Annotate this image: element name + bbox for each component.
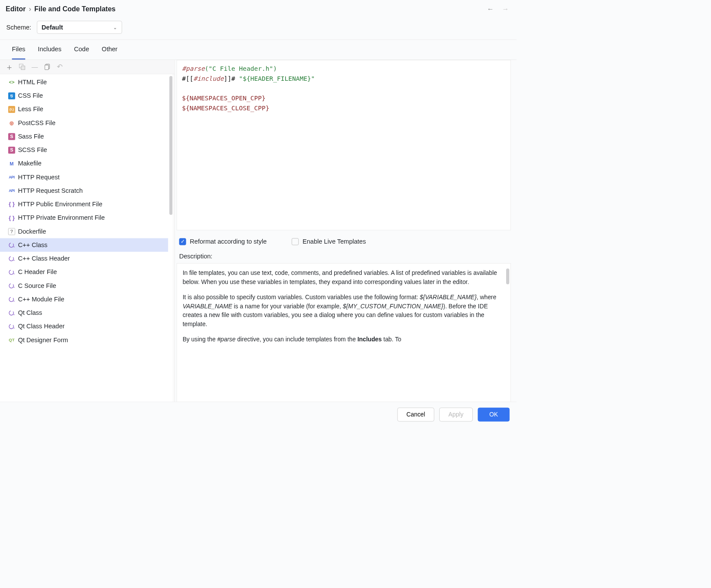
file-name: C++ Module File (18, 296, 64, 303)
scheme-label: Scheme: (7, 23, 31, 31)
cancel-button[interactable]: Cancel (397, 408, 434, 422)
breadcrumb-current: File and Code Templates (34, 5, 115, 13)
tabs: Files Includes Code Other (0, 40, 517, 60)
list-item[interactable]: { }HTTP Private Environment File (0, 211, 168, 225)
live-templates-checkbox[interactable]: Enable Live Templates (292, 238, 366, 245)
file-name: Sass File (18, 133, 44, 140)
file-list[interactable]: <>HTML FileCSS File{L}Less File◎PostCSS … (0, 74, 172, 402)
list-item[interactable]: {L}Less File (0, 102, 168, 116)
description-box[interactable]: In file templates, you can use text, cod… (177, 263, 511, 402)
list-item[interactable]: QTQt Designer Form (0, 333, 168, 347)
add-button[interactable]: ＋ (6, 63, 13, 70)
file-name: Qt Designer Form (18, 336, 68, 344)
file-name: HTML File (18, 79, 46, 86)
file-name: PostCSS File (18, 119, 55, 127)
file-name: HTTP Private Environment File (18, 214, 105, 221)
tab-other[interactable]: Other (102, 46, 117, 60)
cpp-icon: + (8, 296, 15, 303)
add-child-button[interactable] (18, 63, 26, 70)
file-name: SCSS File (18, 146, 47, 154)
list-item[interactable]: +C++ Class (0, 238, 168, 252)
file-name: C++ Class (18, 241, 47, 249)
reformat-label: Reformat according to style (190, 238, 267, 245)
cpp-icon: + (8, 241, 15, 248)
list-item[interactable]: APIHTTP Request Scratch (0, 184, 168, 198)
desc-paragraph: It is also possible to specify custom va… (183, 293, 505, 329)
toolbar: ＋ — ↶ (0, 60, 174, 74)
cpp-icon: + (8, 269, 15, 276)
svg-rect-1 (21, 66, 25, 70)
file-name: C++ Class Header (18, 255, 70, 262)
nav-arrows: ← → (487, 5, 509, 13)
breadcrumb: Editor › File and Code Templates (6, 5, 487, 13)
list-item[interactable]: MMakefile (0, 157, 168, 170)
list-item[interactable]: { }HTTP Public Environment File (0, 198, 168, 211)
list-item[interactable]: SSCSS File (0, 143, 168, 157)
ok-button[interactable]: OK (477, 408, 510, 422)
breadcrumb-parent[interactable]: Editor (6, 5, 26, 13)
file-name: Dockerfile (18, 228, 46, 235)
list-item[interactable]: SSass File (0, 130, 168, 143)
file-name: HTTP Request (18, 174, 59, 181)
file-name: Less File (18, 106, 43, 113)
file-name: Qt Class Header (18, 323, 64, 330)
desc-paragraph: In file templates, you can use text, cod… (183, 268, 505, 286)
list-item[interactable]: ◎PostCSS File (0, 116, 168, 129)
tab-includes[interactable]: Includes (38, 46, 61, 60)
cpp-icon: + (8, 282, 15, 289)
svg-text:+: + (13, 299, 15, 302)
list-item[interactable]: CSS File (0, 89, 168, 102)
description-label: Description: (177, 251, 511, 263)
cpp-icon: + (8, 255, 15, 262)
apply-button[interactable]: Apply (439, 408, 473, 422)
scheme-value: Default (42, 23, 63, 31)
tab-files[interactable]: Files (12, 46, 26, 60)
svg-text:+: + (13, 327, 15, 329)
list-item[interactable]: <>HTML File (0, 76, 168, 89)
file-name: C Header File (18, 268, 57, 276)
api-icon: API (8, 187, 15, 194)
less-icon: {L} (8, 106, 15, 113)
list-item[interactable]: +Qt Class (0, 306, 168, 320)
sass-icon: S (8, 146, 15, 153)
file-name: CSS File (18, 92, 43, 99)
code-editor[interactable]: #parse("C File Header.h") #[[#include]]#… (177, 60, 511, 230)
list-item[interactable]: +Qt Class Header (0, 320, 168, 333)
copy-button[interactable] (43, 63, 51, 70)
checkbox-unchecked-icon (292, 238, 299, 245)
file-name: Makefile (18, 160, 41, 167)
svg-rect-3 (45, 65, 49, 70)
sass-icon: S (8, 133, 15, 140)
file-name: C Source File (18, 282, 56, 289)
list-item[interactable]: +C Header File (0, 265, 168, 279)
reformat-checkbox[interactable]: ✓ Reformat according to style (179, 238, 267, 245)
unk-icon: ? (8, 228, 15, 235)
list-item[interactable]: +C++ Class Header (0, 252, 168, 265)
list-item[interactable]: +C++ Module File (0, 292, 168, 306)
html-icon: <> (8, 79, 15, 86)
file-name: Qt Class (18, 309, 42, 317)
list-item[interactable]: APIHTTP Request (0, 170, 168, 184)
postcss-icon: ◎ (8, 119, 15, 126)
svg-text:+: + (13, 313, 15, 315)
scrollbar[interactable] (506, 268, 509, 284)
remove-button[interactable]: — (31, 63, 38, 70)
css-icon (8, 92, 15, 99)
make-icon: M (8, 160, 15, 167)
scheme-dropdown[interactable]: Default ⌄ (37, 21, 122, 34)
svg-text:+: + (13, 286, 15, 288)
list-item[interactable]: +C Source File (0, 279, 168, 292)
svg-text:+: + (13, 258, 15, 261)
list-item[interactable]: ?Dockerfile (0, 225, 168, 238)
scrollbar[interactable] (169, 76, 172, 215)
revert-button[interactable]: ↶ (56, 63, 63, 70)
forward-arrow-icon: → (502, 5, 509, 13)
svg-text:+: + (13, 245, 15, 248)
qt-icon: QT (8, 337, 15, 344)
brace-icon: { } (8, 215, 15, 221)
tab-code[interactable]: Code (74, 46, 89, 60)
cpp-icon: + (8, 309, 15, 316)
back-arrow-icon[interactable]: ← (487, 5, 494, 13)
api-icon: API (8, 174, 15, 181)
brace-icon: { } (8, 201, 15, 208)
